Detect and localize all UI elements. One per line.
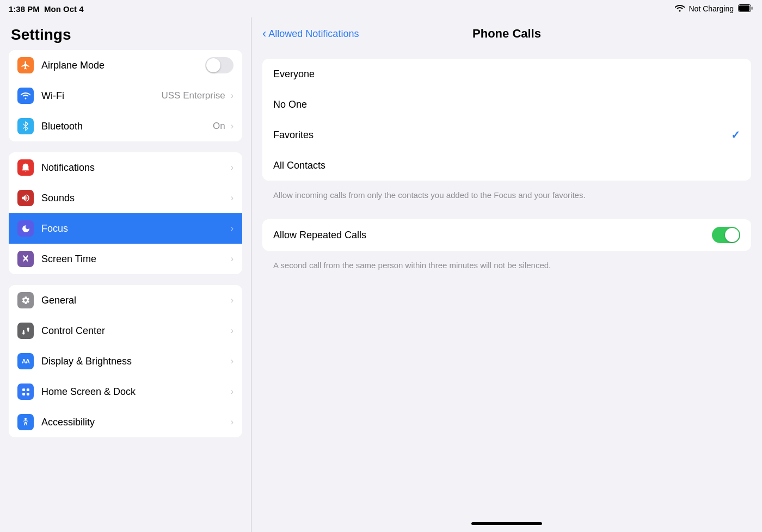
display-brightness-chevron: ›: [231, 356, 233, 366]
settings-item-screen-time[interactable]: Screen Time ›: [9, 244, 242, 274]
back-button[interactable]: ‹ Allowed Notifications: [262, 28, 359, 40]
battery-icon: [738, 4, 753, 14]
status-bar: 1:38 PM Mon Oct 4 Not Charging: [0, 0, 762, 17]
back-label: Allowed Notifications: [268, 28, 359, 40]
favorites-checkmark: ✓: [731, 128, 740, 141]
detail-content: Everyone No One Favorites ✓ All Contacts…: [251, 50, 762, 515]
general-label: General: [41, 295, 229, 306]
settings-item-home-screen[interactable]: Home Screen & Dock ›: [9, 376, 242, 407]
svg-rect-2: [751, 7, 753, 10]
airplane-mode-toggle[interactable]: [205, 57, 233, 73]
general-icon: [17, 292, 34, 308]
svg-rect-1: [739, 5, 749, 11]
home-screen-label: Home Screen & Dock: [41, 386, 229, 398]
focus-icon: [17, 220, 34, 237]
svg-rect-6: [27, 329, 29, 332]
repeated-calls-group: Allow Repeated Calls: [262, 219, 751, 251]
option-no-one-label: No One: [273, 99, 740, 110]
detail-page-title: Phone Calls: [472, 27, 541, 41]
notifications-label: Notifications: [41, 162, 229, 174]
sounds-chevron: ›: [231, 193, 233, 203]
status-time-date: 1:38 PM Mon Oct 4: [9, 4, 84, 14]
settings-item-airplane-mode[interactable]: Airplane Mode: [9, 50, 242, 81]
settings-item-notifications[interactable]: Notifications ›: [9, 152, 242, 183]
settings-item-general[interactable]: General ›: [9, 285, 242, 316]
display-brightness-icon: AA: [17, 353, 34, 369]
repeated-calls-note: A second call from the same person withi…: [262, 255, 751, 279]
display-group: General › Control Center › AA Display & …: [9, 285, 242, 437]
svg-point-11: [24, 418, 27, 420]
option-no-one[interactable]: No One: [262, 89, 751, 120]
focus-label: Focus: [41, 223, 229, 234]
screen-time-label: Screen Time: [41, 253, 229, 265]
option-favorites[interactable]: Favorites ✓: [262, 120, 751, 150]
detail-panel: ‹ Allowed Notifications Phone Calls Ever…: [251, 17, 762, 532]
notifications-icon: [17, 159, 34, 176]
svg-rect-10: [26, 392, 29, 395]
wifi-value: USS Enterprise: [162, 90, 225, 101]
airplane-mode-label: Airplane Mode: [41, 60, 205, 71]
repeated-calls-label: Allow Repeated Calls: [273, 230, 712, 241]
settings-item-focus[interactable]: Focus ›: [9, 213, 242, 244]
alerts-group: Notifications › Sounds ›: [9, 152, 242, 274]
bluetooth-chevron: ›: [231, 121, 233, 131]
screen-time-chevron: ›: [231, 254, 233, 264]
options-note: Allow incoming calls from only the conta…: [262, 185, 751, 208]
svg-rect-8: [26, 388, 29, 391]
call-options-group: Everyone No One Favorites ✓ All Contacts: [262, 59, 751, 181]
wifi-label: Wi-Fi: [41, 90, 162, 102]
svg-rect-9: [22, 392, 25, 395]
main-layout: Settings Airplane Mode: [0, 17, 762, 532]
option-everyone-label: Everyone: [273, 69, 740, 80]
home-bar: [251, 515, 762, 532]
screen-time-icon: [17, 251, 34, 267]
repeated-calls-toggle[interactable]: [712, 227, 740, 243]
home-screen-icon: [17, 383, 34, 400]
focus-chevron: ›: [231, 224, 233, 233]
settings-item-wifi[interactable]: Wi-Fi USS Enterprise ›: [9, 81, 242, 111]
airplane-mode-icon: [17, 57, 34, 73]
sounds-label: Sounds: [41, 193, 229, 204]
bluetooth-label: Bluetooth: [41, 121, 213, 132]
option-all-contacts[interactable]: All Contacts: [262, 150, 751, 181]
control-center-icon: [17, 323, 34, 339]
wifi-settings-icon: [17, 88, 34, 104]
general-chevron: ›: [231, 295, 233, 305]
status-right: Not Charging: [675, 4, 754, 14]
accessibility-chevron: ›: [231, 417, 233, 427]
detail-header: ‹ Allowed Notifications Phone Calls: [251, 17, 762, 50]
settings-item-control-center[interactable]: Control Center ›: [9, 316, 242, 346]
settings-item-bluetooth[interactable]: Bluetooth On ›: [9, 111, 242, 141]
sounds-icon: [17, 190, 34, 206]
bluetooth-icon: [17, 118, 34, 134]
notifications-chevron: ›: [231, 163, 233, 172]
settings-panel: Settings Airplane Mode: [0, 17, 251, 532]
option-favorites-label: Favorites: [273, 129, 731, 141]
settings-item-display-brightness[interactable]: AA Display & Brightness ›: [9, 346, 242, 376]
home-screen-chevron: ›: [231, 387, 233, 397]
wifi-chevron: ›: [231, 91, 233, 101]
charging-status: Not Charging: [689, 4, 734, 13]
wifi-icon: [675, 4, 685, 14]
control-center-label: Control Center: [41, 325, 229, 337]
home-indicator: [471, 522, 542, 525]
connectivity-group: Airplane Mode Wi-Fi USS Enterprise ›: [9, 50, 242, 141]
repeated-calls-item[interactable]: Allow Repeated Calls: [262, 219, 751, 251]
svg-rect-5: [22, 330, 24, 333]
control-center-chevron: ›: [231, 326, 233, 336]
settings-item-accessibility[interactable]: Accessibility ›: [9, 407, 242, 437]
option-everyone[interactable]: Everyone: [262, 59, 751, 89]
svg-rect-7: [22, 388, 25, 391]
option-all-contacts-label: All Contacts: [273, 160, 740, 171]
accessibility-label: Accessibility: [41, 417, 229, 428]
settings-item-sounds[interactable]: Sounds ›: [9, 183, 242, 213]
bluetooth-value: On: [213, 121, 225, 132]
display-brightness-label: Display & Brightness: [41, 356, 229, 367]
back-chevron-icon: ‹: [262, 28, 266, 40]
settings-title: Settings: [0, 17, 251, 50]
accessibility-icon: [17, 414, 34, 430]
